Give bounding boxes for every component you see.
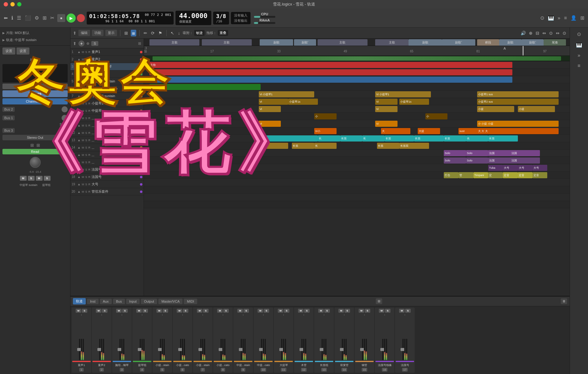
record-icon[interactable]: ⬛ — [24, 14, 32, 22]
clip[interactable]: 管 — [458, 172, 473, 178]
mixer-solo-btn[interactable]: S — [284, 309, 289, 313]
track-mute-btn[interactable]: M — [81, 183, 85, 186]
clone-icon[interactable]: ⊕ — [86, 41, 89, 46]
mixer-solo-btn[interactable]: S — [82, 309, 87, 313]
track-record-btn[interactable]: R — [88, 131, 91, 134]
mixer-solo-btn[interactable]: S — [122, 309, 128, 313]
clip[interactable]: 法国 — [511, 150, 540, 156]
track-mute-btn[interactable]: M — [81, 95, 85, 98]
right-chevron-icon[interactable]: » — [576, 51, 582, 59]
window-controls[interactable] — [4, 2, 21, 6]
time-signature-display[interactable]: 3/8 /16 — [213, 12, 229, 25]
swap-icon[interactable]: ⇔ — [541, 30, 547, 36]
strings-button[interactable]: Strings — [2, 90, 68, 97]
track-row[interactable]: 4 ▲ M S R 提琴组 — [70, 70, 144, 78]
clip[interactable]: Solo — [444, 157, 466, 164]
track-row[interactable]: 15 ▲ M S R ... — [70, 151, 144, 159]
track-arrow[interactable]: ▶ — [2, 38, 5, 42]
track-mute-btn[interactable]: M — [81, 58, 85, 61]
track-row[interactable]: 6 ▲ M S R 小提琴1 Spiccato — [70, 85, 144, 93]
track-row[interactable]: 8 ▲ M S R 小提琴2 Spiccato — [70, 100, 144, 107]
clip[interactable]: Vi — [375, 106, 398, 112]
circle2-icon[interactable]: ⊙ — [562, 30, 567, 36]
track-record-btn[interactable]: R — [88, 139, 91, 142]
track-solo-btn[interactable]: S — [85, 153, 87, 157]
segment-arrow[interactable]: ▶ — [2, 31, 5, 35]
solo-button-left[interactable]: S — [28, 176, 35, 181]
play-button[interactable]: ▶ — [66, 13, 76, 23]
clip[interactable]: Piano — [149, 77, 512, 83]
clip[interactable]: 长 — [314, 143, 337, 149]
mixer-mute-btn[interactable]: M — [399, 309, 405, 313]
track-row[interactable]: 2 ▲ M S R 童声2 — [70, 56, 144, 63]
track-mute-btn[interactable]: M — [81, 168, 85, 171]
clip[interactable]: 长 — [318, 135, 340, 142]
clip[interactable]: Vi 小提琴1 — [259, 91, 314, 97]
mixer-tab-MIDI[interactable]: MIDI — [184, 299, 197, 304]
track-mute-btn[interactable]: M — [81, 87, 85, 90]
track-row[interactable]: 17 ▲ M S R 法国号独奏 — [70, 166, 144, 173]
mixer-solo-btn[interactable]: S — [345, 309, 350, 313]
track-mute-btn[interactable]: M — [81, 117, 85, 120]
track-record-btn[interactable]: R — [88, 95, 91, 98]
mixer-mute-btn[interactable]: M — [318, 309, 324, 313]
clip[interactable]: 定音 — [533, 172, 547, 178]
down-arrow-icon[interactable]: ↓ — [177, 30, 181, 36]
circle-icon[interactable]: ⊙ — [548, 30, 554, 36]
track-solo-btn[interactable]: S — [85, 124, 87, 127]
right-list-icon[interactable]: ≡ — [576, 62, 582, 70]
track-record-btn[interactable]: R — [88, 51, 91, 54]
info-icon[interactable]: ℹ — [10, 14, 14, 22]
mixer-mute-btn[interactable]: M — [338, 309, 344, 313]
maximize-button[interactable] — [17, 2, 21, 6]
clip[interactable]: 长笛 — [377, 143, 399, 149]
track-record-btn[interactable]: R — [88, 146, 91, 149]
drag-value[interactable]: 重叠 — [218, 30, 228, 36]
close-button[interactable] — [4, 2, 8, 6]
track-solo-btn[interactable]: S — [85, 183, 87, 186]
speaker-icon[interactable]: 🔊 — [520, 30, 527, 36]
minimize-button[interactable] — [10, 2, 15, 6]
loop-icon[interactable]: ⟳ — [150, 30, 156, 36]
marker-icon[interactable]: ⚑ — [157, 30, 163, 36]
record-button[interactable] — [77, 14, 85, 22]
clip[interactable]: 大号 — [518, 165, 533, 171]
clip[interactable]: 大号 — [533, 165, 547, 171]
channel-eq-button[interactable]: Channel EQ — [2, 98, 68, 104]
mixer-mute-btn[interactable]: M — [96, 309, 101, 313]
mixer-mute-btn[interactable]: M — [136, 309, 142, 313]
clip[interactable]: 大提 — [418, 128, 440, 134]
piano-icon[interactable]: 🎹 — [547, 14, 555, 22]
track-solo-btn[interactable]: S — [85, 73, 87, 76]
clip[interactable]: 小提 — [518, 106, 555, 112]
clip[interactable]: 定音 — [503, 172, 518, 178]
clip[interactable]: 长 — [259, 143, 288, 149]
view-icon[interactable]: ⊟ — [535, 30, 540, 36]
mixer-solo-btn[interactable]: S — [243, 309, 249, 313]
clip[interactable]: 小 — [314, 113, 337, 119]
track-mute-btn[interactable]: M — [81, 131, 85, 134]
function-button[interactable]: 功能 — [92, 30, 104, 36]
clip[interactable]: 定音 — [518, 172, 533, 178]
bus-1-toggle[interactable] — [62, 115, 68, 121]
clip[interactable]: 提琴组 — [149, 84, 261, 90]
track-mute-btn[interactable]: M — [81, 146, 85, 149]
clip[interactable]: 主歌 — [149, 62, 512, 68]
clip[interactable]: 定 — [488, 172, 503, 178]
track-record-btn[interactable]: R — [88, 102, 91, 105]
list-view-icon[interactable]: ≣ — [131, 30, 136, 36]
list-icon[interactable]: ☰ — [16, 14, 22, 22]
clip[interactable]: 小提琴2 sus — [477, 99, 559, 105]
mute-button-right[interactable]: M — [36, 176, 43, 181]
mixer-mute-btn[interactable]: M — [197, 309, 202, 313]
stereo-out-button[interactable]: Stereo Out — [2, 135, 68, 140]
mixer-mute-btn[interactable]: M — [116, 309, 122, 313]
mixer-tab-Inst[interactable]: Inst — [87, 299, 99, 304]
track-record-btn[interactable]: R — [88, 153, 91, 157]
clip[interactable]: 大号 — [503, 165, 518, 171]
mixer-solo-btn[interactable]: S — [203, 309, 209, 313]
mixer-mute-btn[interactable]: M — [237, 309, 243, 313]
track-solo-btn[interactable]: S — [85, 65, 87, 68]
mixer-solo-btn[interactable]: S — [142, 309, 148, 313]
mixer-solo-btn[interactable]: S — [405, 309, 411, 313]
